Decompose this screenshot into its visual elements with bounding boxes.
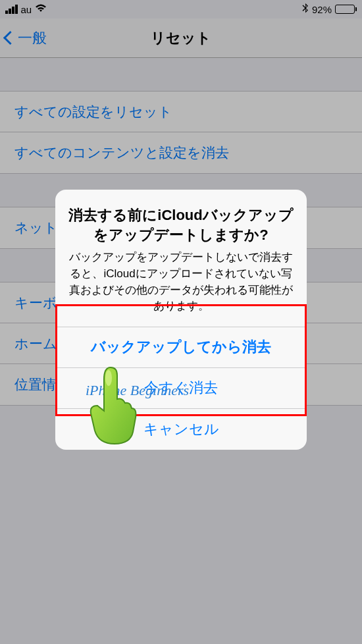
alert-title: 消去する前にiCloudバックアップをアップデートしますか? [68,205,294,244]
cancel-button[interactable]: キャンセル [55,409,307,450]
alert-buttons: バックアップしてから消去 今すぐ消去 キャンセル [55,327,307,450]
backup-then-erase-button[interactable]: バックアップしてから消去 [55,327,307,368]
erase-now-button[interactable]: 今すぐ消去 [55,368,307,409]
alert-dialog: 消去する前にiCloudバックアップをアップデートしますか? バックアップをアッ… [55,190,307,450]
alert-message: バックアップをアップデートしないで消去すると、iCloudにアップロードされてい… [68,250,294,315]
alert-content: 消去する前にiCloudバックアップをアップデートしますか? バックアップをアッ… [55,190,307,327]
